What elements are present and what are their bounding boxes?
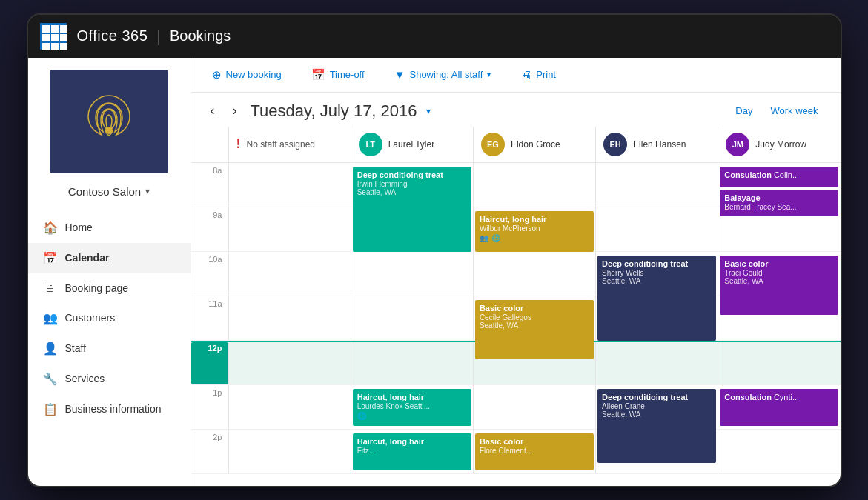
- time-gutter-header: [191, 127, 228, 162]
- staff-row: ! No staff assigned LT Laurel Tyler EG E: [191, 127, 841, 163]
- slot-no-staff-9a: [228, 207, 351, 251]
- calendar-date-title: Tuesday, July 17, 2016: [251, 101, 417, 121]
- calendar-grid: 8a Deep conditioing treat Irwin Flemming…: [191, 163, 841, 486]
- sidebar-item-calendar[interactable]: 📅 Calendar: [28, 243, 191, 273]
- showing-filter-button[interactable]: ▼ Showing: All staff ▾: [388, 65, 497, 84]
- appointment-basic-color-eg-2p[interactable]: Basic color Flore Clement...: [475, 433, 594, 470]
- app-body: Contoso Salon ▾ 🏠 Home 📅 Calendar 🖥 Book…: [28, 58, 841, 486]
- sidebar-item-business-label: Business information: [65, 403, 162, 415]
- sidebar-item-services[interactable]: 🔧 Services: [28, 364, 191, 394]
- globe-icon: 🌐: [491, 234, 500, 242]
- salon-name: Contoso Salon: [68, 185, 141, 198]
- globe-icon-lt: 🌐: [357, 412, 366, 420]
- date-dropdown-icon[interactable]: ▾: [426, 106, 431, 116]
- sidebar-item-calendar-label: Calendar: [65, 252, 110, 264]
- time-off-button[interactable]: 📅 Time-off: [305, 65, 371, 84]
- print-button[interactable]: 🖨 Print: [514, 65, 562, 84]
- slot-lt-8a: Deep conditioing treat Irwin Flemming Se…: [351, 163, 473, 207]
- slot-lt-12p: [351, 342, 473, 384]
- prev-day-button[interactable]: ‹: [206, 101, 219, 120]
- no-staff-warning-icon: !: [236, 136, 241, 152]
- salon-name-row[interactable]: Contoso Salon ▾: [28, 179, 191, 210]
- slot-cells-8a: Deep conditioing treat Irwin Flemming Se…: [228, 163, 841, 207]
- sidebar-item-staff-label: Staff: [65, 342, 87, 354]
- staff-avatar-eh: EH: [603, 133, 627, 156]
- sidebar-item-booking-page[interactable]: 🖥 Booking page: [28, 273, 191, 303]
- appointment-basic-color-jm-10a[interactable]: Basic color Traci Gould Seattle, WA: [720, 256, 838, 315]
- staff-cell-eg: EG Eldon Groce: [473, 127, 595, 162]
- appointment-haircut-lt-1p[interactable]: Haircut, long hair Lourdes Knox Seattl..…: [353, 389, 471, 426]
- slot-jm-2p: [718, 430, 840, 473]
- sidebar-item-customers[interactable]: 👥 Customers: [28, 303, 191, 333]
- appointment-balayage-jm[interactable]: Balayage Bernard Tracey Sea...: [720, 190, 838, 216]
- toolbar: ⊕ New booking 📅 Time-off ▼ Showing: All …: [191, 58, 841, 93]
- time-label-9a: 9a: [191, 207, 228, 251]
- slot-no-staff-12p: [228, 342, 351, 384]
- appointment-basic-color-eg[interactable]: Basic color Cecile Gallegos Seattle, WA: [475, 300, 594, 359]
- appointment-haircut-eg[interactable]: Haircut, long hair Wilbur McPherson 👥 🌐: [475, 211, 594, 252]
- slot-jm-12p: [718, 342, 840, 384]
- sidebar-item-business-info[interactable]: 📋 Business information: [28, 394, 191, 424]
- appointment-consultation-jm-1p[interactable]: Consulation Cynti...: [720, 389, 838, 426]
- time-label-8a: 8a: [191, 163, 228, 207]
- slot-eg-1p: [473, 385, 595, 429]
- next-day-button[interactable]: ›: [228, 101, 242, 120]
- appointment-haircut-lt-2p[interactable]: Haircut, long hair Fitz...: [353, 433, 471, 470]
- slot-lt-2p: Haircut, long hair Fitz...: [351, 430, 473, 473]
- new-booking-label: New booking: [226, 69, 282, 80]
- waffle-icon[interactable]: [40, 23, 67, 50]
- slot-eg-9a: Haircut, long hair Wilbur McPherson 👥 🌐: [473, 207, 595, 251]
- appointment-consultation-jm-8a[interactable]: Consulation Colin...: [720, 167, 838, 187]
- slot-eg-11a: Basic color Cecile Gallegos Seattle, WA: [473, 296, 595, 340]
- time-label-12p: 12p: [191, 342, 228, 384]
- services-icon: 🔧: [43, 372, 56, 386]
- svg-point-0: [68, 81, 150, 162]
- no-staff-label: No staff assigned: [247, 139, 316, 150]
- main-content: ⊕ New booking 📅 Time-off ▼ Showing: All …: [191, 58, 841, 486]
- showing-chevron: ▾: [487, 70, 491, 79]
- slot-eg-2p: Basic color Flore Clement...: [473, 430, 595, 473]
- new-booking-button[interactable]: ⊕ New booking: [206, 65, 288, 84]
- slot-eh-12p: [595, 342, 718, 384]
- sidebar: Contoso Salon ▾ 🏠 Home 📅 Calendar 🖥 Book…: [28, 58, 191, 486]
- app-name: Bookings: [170, 27, 231, 44]
- time-label-1p: 1p: [191, 385, 228, 429]
- booking-page-icon: 🖥: [43, 281, 56, 295]
- time-off-icon: 📅: [311, 68, 325, 81]
- staff-name-lt: Laurel Tyler: [388, 139, 434, 150]
- sidebar-item-staff[interactable]: 👤 Staff: [28, 333, 191, 364]
- home-icon: 🏠: [43, 221, 56, 235]
- work-week-view-button[interactable]: Work week: [763, 102, 825, 119]
- time-label-11a: 11a: [191, 296, 228, 340]
- time-off-label: Time-off: [330, 69, 365, 80]
- print-label: Print: [536, 69, 556, 80]
- sidebar-item-home[interactable]: 🏠 Home: [28, 213, 191, 243]
- time-slot-8a: 8a Deep conditioing treat Irwin Flemming…: [191, 163, 841, 207]
- filter-icon: ▼: [394, 68, 405, 81]
- sidebar-item-home-label: Home: [65, 221, 93, 233]
- top-bar: Office 365 | Bookings: [28, 15, 841, 58]
- slot-lt-10a: [351, 252, 473, 296]
- day-view-button[interactable]: Day: [728, 102, 760, 119]
- appointment-deep-conditioning-eh[interactable]: Deep conditioing treat Sherry Wells Seat…: [597, 256, 716, 341]
- slot-no-staff-2p: [228, 430, 351, 473]
- slot-cells-2p: Haircut, long hair Fitz... Basic color F…: [228, 430, 841, 473]
- calendar-icon: 📅: [43, 251, 56, 265]
- appointment-deep-conditioning-lt[interactable]: Deep conditioing treat Irwin Flemming Se…: [353, 167, 471, 252]
- appointment-deep-conditioning-eh-1p[interactable]: Deep conditioing treat Aileen Crane Seat…: [597, 389, 716, 463]
- chevron-down-icon: ▾: [145, 186, 150, 196]
- time-slot-2p: 2p Haircut, long hair Fitz...: [191, 430, 841, 474]
- time-slot-1p: 1p Haircut, long hair Lourdes Knox Seatt…: [191, 385, 841, 430]
- device-frame: Office 365 | Bookings Contoso Salon ▾: [27, 13, 842, 487]
- slot-no-staff-1p: [228, 385, 351, 429]
- staff-avatar-jm: JM: [726, 133, 749, 156]
- staff-icon: 👤: [43, 341, 56, 356]
- slot-jm-1p: Consulation Cynti...: [718, 385, 840, 429]
- office365-title: Office 365: [77, 27, 148, 44]
- slot-eh-8a: [595, 163, 718, 207]
- print-icon: 🖨: [520, 68, 531, 81]
- slot-no-staff-11a: [228, 296, 351, 340]
- time-slot-10a: 10a Deep conditioing treat Sherry Wells …: [191, 252, 841, 296]
- slot-eg-8a: [473, 163, 595, 207]
- new-booking-icon: ⊕: [212, 68, 222, 81]
